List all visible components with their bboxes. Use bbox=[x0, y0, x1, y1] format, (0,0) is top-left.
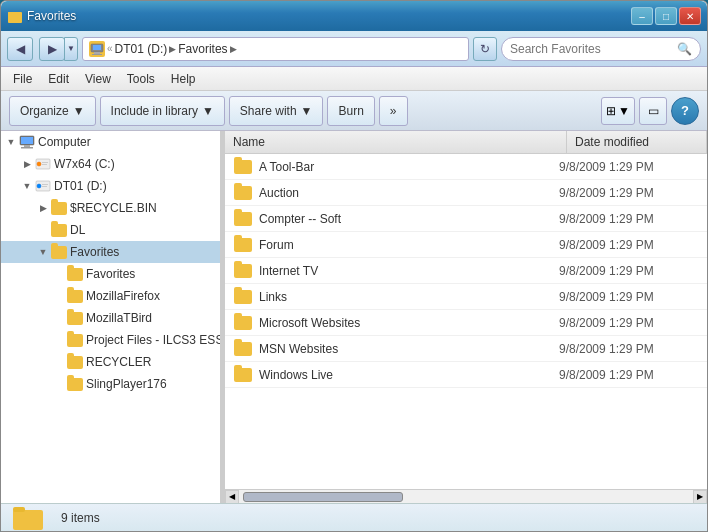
d-drive-icon bbox=[35, 178, 51, 194]
minimize-button[interactable]: – bbox=[631, 7, 653, 25]
file-row[interactable]: Links 9/8/2009 1:29 PM bbox=[225, 284, 707, 310]
file-date: 9/8/2009 1:29 PM bbox=[559, 238, 699, 252]
tree-toggle-recycle[interactable]: ▶ bbox=[35, 200, 51, 216]
tree-item-favorites[interactable]: ▼ Favorites bbox=[1, 241, 220, 263]
breadcrumb-arrow1[interactable]: ▶ bbox=[169, 44, 176, 54]
tree-item-d-drive[interactable]: ▼ DT01 (D:) bbox=[1, 175, 220, 197]
file-icon bbox=[233, 183, 253, 203]
tree-item-dl[interactable]: ▶ DL bbox=[1, 219, 220, 241]
include-library-arrow: ▼ bbox=[202, 104, 214, 118]
tree-item-mozilla-firefox[interactable]: ▶ MozillaFirefox bbox=[1, 285, 220, 307]
tree-toggle-favorites[interactable]: ▼ bbox=[35, 244, 51, 260]
favorites-folder-icon bbox=[51, 244, 67, 260]
close-button[interactable]: ✕ bbox=[679, 7, 701, 25]
more-label: » bbox=[390, 104, 397, 118]
tree-label-recycler: RECYCLER bbox=[86, 355, 151, 369]
view-icon: ⊞ bbox=[606, 104, 616, 118]
breadcrumb-favorites[interactable]: Favorites bbox=[178, 42, 227, 56]
column-header-name[interactable]: Name bbox=[225, 131, 567, 153]
svg-rect-12 bbox=[42, 162, 48, 163]
organize-button[interactable]: Organize ▼ bbox=[9, 96, 96, 126]
scroll-right-button[interactable]: ▶ bbox=[693, 490, 707, 504]
share-with-button[interactable]: Share with ▼ bbox=[229, 96, 324, 126]
maximize-button[interactable]: □ bbox=[655, 7, 677, 25]
file-row[interactable]: Auction 9/8/2009 1:29 PM bbox=[225, 180, 707, 206]
horizontal-scrollbar[interactable]: ◀ ▶ bbox=[225, 489, 707, 503]
file-row[interactable]: Internet TV 9/8/2009 1:29 PM bbox=[225, 258, 707, 284]
preview-icon: ▭ bbox=[648, 104, 659, 118]
tree-label-proj: Project Files - ILCS3 ESS bbox=[86, 333, 221, 347]
tree-item-sling[interactable]: ▶ SlingPlayer176 bbox=[1, 373, 220, 395]
share-with-arrow: ▼ bbox=[301, 104, 313, 118]
file-row[interactable]: Microsoft Websites 9/8/2009 1:29 PM bbox=[225, 310, 707, 336]
file-date: 9/8/2009 1:29 PM bbox=[559, 316, 699, 330]
svg-point-15 bbox=[37, 184, 41, 188]
tree-label-d-drive: DT01 (D:) bbox=[54, 179, 107, 193]
item-count: 9 items bbox=[61, 511, 100, 525]
tree-item-mozilla-tbird[interactable]: ▶ MozillaTBird bbox=[1, 307, 220, 329]
file-row[interactable]: Compter -- Soft 9/8/2009 1:29 PM bbox=[225, 206, 707, 232]
breadcrumb-drive[interactable]: DT01 (D:) bbox=[115, 42, 168, 56]
file-icon bbox=[233, 339, 253, 359]
help-icon: ? bbox=[681, 103, 689, 118]
refresh-button[interactable]: ↻ bbox=[473, 37, 497, 61]
search-input[interactable] bbox=[510, 42, 673, 56]
share-with-label: Share with bbox=[240, 104, 297, 118]
preview-button[interactable]: ▭ bbox=[639, 97, 667, 125]
svg-rect-17 bbox=[42, 186, 47, 187]
column-header-date[interactable]: Date modified bbox=[567, 131, 707, 153]
tree-item-favorites-sub[interactable]: ▶ Favorites bbox=[1, 263, 220, 285]
file-date: 9/8/2009 1:29 PM bbox=[559, 368, 699, 382]
menu-file[interactable]: File bbox=[5, 70, 40, 88]
menu-tools[interactable]: Tools bbox=[119, 70, 163, 88]
file-row[interactable]: MSN Websites 9/8/2009 1:29 PM bbox=[225, 336, 707, 362]
title-controls: – □ ✕ bbox=[631, 7, 701, 25]
tree-item-computer[interactable]: ▼ Computer bbox=[1, 131, 220, 153]
recent-locations-button[interactable]: ▼ bbox=[64, 37, 78, 61]
menu-edit[interactable]: Edit bbox=[40, 70, 77, 88]
scroll-left-button[interactable]: ◀ bbox=[225, 490, 239, 504]
tree-label-ff: MozillaFirefox bbox=[86, 289, 160, 303]
title-bar-left: Favorites bbox=[7, 8, 76, 24]
include-library-button[interactable]: Include in library ▼ bbox=[100, 96, 225, 126]
file-name: Internet TV bbox=[259, 264, 559, 278]
tree-label-c-drive: W7x64 (C:) bbox=[54, 157, 115, 171]
file-name: A Tool-Bar bbox=[259, 160, 559, 174]
toolbar-right: ⊞ ▼ ▭ ? bbox=[601, 97, 699, 125]
help-button[interactable]: ? bbox=[671, 97, 699, 125]
tree-item-recycler[interactable]: ▶ RECYCLER bbox=[1, 351, 220, 373]
breadcrumb: « DT01 (D:) ▶ Favorites ▶ bbox=[82, 37, 469, 61]
forward-button[interactable]: ▶ bbox=[39, 37, 65, 61]
file-date: 9/8/2009 1:29 PM bbox=[559, 212, 699, 226]
main-content: ▼ Computer ▶ bbox=[1, 131, 707, 503]
file-list-header: Name Date modified bbox=[225, 131, 707, 154]
file-icon bbox=[233, 157, 253, 177]
view-toggle-button[interactable]: ⊞ ▼ bbox=[601, 97, 635, 125]
svg-rect-13 bbox=[42, 164, 47, 165]
menu-help[interactable]: Help bbox=[163, 70, 204, 88]
tbird-folder-icon bbox=[67, 310, 83, 326]
more-button[interactable]: » bbox=[379, 96, 408, 126]
tree-item-project-files[interactable]: ▶ Project Files - ILCS3 ESS bbox=[1, 329, 220, 351]
burn-button[interactable]: Burn bbox=[327, 96, 374, 126]
tree-toggle-computer[interactable]: ▼ bbox=[3, 134, 19, 150]
back-button[interactable]: ◀ bbox=[7, 37, 33, 61]
scroll-thumb[interactable] bbox=[243, 492, 403, 502]
organize-label: Organize bbox=[20, 104, 69, 118]
file-icon bbox=[233, 287, 253, 307]
file-row[interactable]: Windows Live 9/8/2009 1:29 PM bbox=[225, 362, 707, 388]
breadcrumb-arrow2[interactable]: ▶ bbox=[230, 44, 237, 54]
menu-view[interactable]: View bbox=[77, 70, 119, 88]
file-row[interactable]: Forum 9/8/2009 1:29 PM bbox=[225, 232, 707, 258]
svg-rect-5 bbox=[92, 54, 102, 55]
file-icon bbox=[233, 313, 253, 333]
file-name: Links bbox=[259, 290, 559, 304]
tree-item-recycle-bin[interactable]: ▶ $RECYCLE.BIN bbox=[1, 197, 220, 219]
tree-toggle-d-drive[interactable]: ▼ bbox=[19, 178, 35, 194]
svg-rect-20 bbox=[13, 507, 25, 512]
tree-item-c-drive[interactable]: ▶ W7x64 (C:) bbox=[1, 153, 220, 175]
burn-label: Burn bbox=[338, 104, 363, 118]
file-date: 9/8/2009 1:29 PM bbox=[559, 342, 699, 356]
tree-toggle-c-drive[interactable]: ▶ bbox=[19, 156, 35, 172]
file-row[interactable]: A Tool-Bar 9/8/2009 1:29 PM bbox=[225, 154, 707, 180]
